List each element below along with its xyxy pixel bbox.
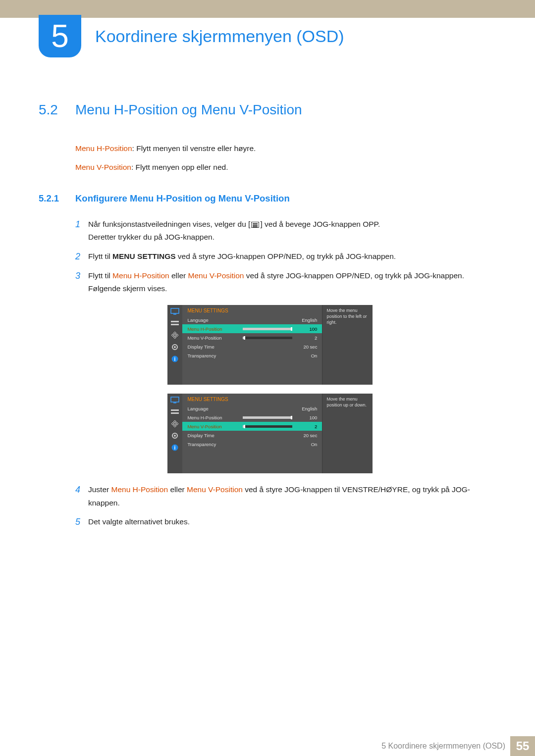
osd-slider	[243, 425, 292, 428]
step-5: 5 Det valgte alternativet brukes.	[75, 515, 496, 529]
osd-label: Menu H-Position	[187, 326, 243, 332]
section-heading: 5.2 Menu H-Position og Menu V-Position	[39, 102, 496, 118]
chapter-header: 5 Koordinere skjermmenyen (OSD)	[0, 15, 535, 57]
subsection-heading: 5.2.1 Konfigurere Menu H-Position og Men…	[39, 193, 496, 204]
osd-label: Menu H-Position	[187, 415, 243, 420]
monitor-icon	[170, 397, 179, 403]
osd-label: Language	[187, 406, 243, 411]
gear-icon	[170, 344, 179, 351]
intro-v-position: Menu V-Position: Flytt menyen opp eller …	[75, 161, 496, 173]
svg-rect-0	[171, 308, 179, 313]
monitor-icon	[170, 308, 179, 315]
osd-label: Display Time	[187, 344, 243, 350]
step-5-text-a: Det valgte alternativet brukes.	[88, 517, 190, 526]
step-3-number: 3	[75, 269, 88, 296]
osd-label: Display Time	[187, 433, 243, 438]
chapter-number-badge: 5	[39, 15, 81, 57]
arrows-icon	[170, 420, 179, 427]
osd-value: On	[295, 353, 317, 358]
osd-label: Transparency	[187, 442, 243, 447]
step-2: 2 Flytt til MENU SETTINGS ved å styre JO…	[75, 250, 496, 263]
osd-row-language: Language English	[182, 404, 322, 413]
step-1-text-b: ] ved å bevege JOG-knappen OPP.	[260, 220, 380, 228]
osd-sidebar: i	[167, 305, 182, 385]
osd-row-transparency: Transparency On	[182, 440, 322, 449]
intro-v-label: Menu V-Position	[75, 163, 131, 171]
intro-h-label: Menu H-Position	[75, 144, 132, 152]
subsection-number: 5.2.1	[39, 193, 75, 204]
osd-value: 100	[295, 415, 317, 420]
osd-row-vpos: Menu V-Position 2	[182, 333, 322, 342]
osd-value: 20 sec	[295, 344, 317, 350]
osd-row-vpos-selected: Menu V-Position 2	[182, 422, 322, 431]
step-2-text-b: MENU SETTINGS	[112, 252, 175, 260]
osd-row-hpos: Menu H-Position 100	[182, 413, 322, 422]
step-4-text-b: Menu H-Position	[111, 485, 168, 494]
step-4-number: 4	[75, 483, 88, 509]
osd-row-hpos-selected: Menu H-Position 100	[182, 324, 322, 333]
sliders-icon	[170, 408, 179, 415]
arrows-icon	[170, 332, 179, 339]
osd-slider	[243, 328, 292, 330]
osd-main: MENU SETTINGS Language English Menu H-Po…	[182, 394, 322, 473]
menu-icon	[251, 222, 259, 228]
osd-sidebar: i	[167, 394, 182, 473]
osd-main: MENU SETTINGS Language English Menu H-Po…	[182, 305, 322, 385]
step-2-number: 2	[75, 250, 88, 263]
osd-help-text: Move the menu position up or down.	[322, 394, 373, 473]
osd-row-display-time: Display Time 20 sec	[182, 431, 322, 440]
osd-value: English	[295, 317, 317, 323]
step-3-text-b: Menu H-Position	[112, 271, 169, 280]
footer-page-number: 55	[510, 736, 535, 756]
step-3-text-d: Menu V-Position	[188, 271, 244, 280]
step-3-text-c: eller	[169, 271, 188, 280]
step-1: 1 Når funksjonstastveiledningen vises, v…	[75, 218, 496, 244]
osd-slider	[243, 337, 292, 339]
osd-row-language: Language English	[182, 315, 322, 324]
osd-value: 20 sec	[295, 433, 317, 438]
step-4: 4 Juster Menu H-Position eller Menu V-Po…	[75, 483, 496, 509]
page-footer: 5 Koordinere skjermmenyen (OSD) 55	[0, 736, 535, 756]
svg-rect-8	[171, 397, 179, 402]
osd-screenshots: i MENU SETTINGS Language English Menu H-…	[167, 305, 496, 473]
svg-rect-9	[173, 403, 176, 403]
osd-panel-vpos: i MENU SETTINGS Language English Menu H-…	[167, 394, 373, 473]
osd-value: On	[295, 442, 317, 447]
step-4-text-a: Juster	[88, 485, 111, 494]
sliders-icon	[170, 320, 179, 327]
footer-chapter-ref: 5 Koordinere skjermmenyen (OSD)	[381, 742, 505, 751]
section-title: Menu H-Position og Menu V-Position	[75, 102, 302, 118]
info-icon: i	[170, 444, 179, 451]
svg-rect-11	[171, 412, 179, 414]
osd-label: Transparency	[187, 353, 243, 358]
osd-slider	[243, 416, 292, 419]
osd-title: MENU SETTINGS	[182, 305, 322, 315]
svg-rect-1	[173, 314, 176, 315]
osd-row-display-time: Display Time 20 sec	[182, 342, 322, 351]
osd-row-transparency: Transparency On	[182, 351, 322, 360]
osd-help-text: Move the menu position to the left or ri…	[322, 305, 373, 385]
osd-value: English	[295, 406, 317, 411]
step-2-text-c: ved å styre JOG-knappen OPP/NED, og tryk…	[176, 252, 396, 260]
step-1-text-c: Deretter trykker du på JOG-knappen.	[88, 233, 214, 241]
step-1-number: 1	[75, 218, 88, 244]
gear-icon	[170, 432, 179, 439]
intro-v-desc: : Flytt menyen opp eller ned.	[131, 163, 228, 171]
step-2-text-a: Flytt til	[88, 252, 112, 260]
step-1-text-a: Når funksjonstastveiledningen vises, vel…	[88, 220, 250, 228]
svg-text:i: i	[174, 445, 176, 451]
svg-point-13	[174, 435, 176, 437]
svg-rect-3	[171, 324, 179, 325]
svg-rect-2	[171, 321, 179, 322]
osd-value: 2	[295, 424, 317, 429]
osd-label: Menu V-Position	[187, 424, 243, 429]
step-5-number: 5	[75, 515, 88, 529]
step-4-text-d: Menu V-Position	[187, 485, 243, 494]
chapter-title: Koordinere skjermmenyen (OSD)	[95, 27, 344, 46]
svg-rect-10	[171, 409, 179, 411]
section-number: 5.2	[39, 102, 75, 118]
intro-h-position: Menu H-Position: Flytt menyen til venstr…	[75, 143, 496, 154]
osd-panel-hpos: i MENU SETTINGS Language English Menu H-…	[167, 305, 373, 385]
subsection-title: Konfigurere Menu H-Position og Menu V-Po…	[75, 193, 290, 204]
step-3: 3 Flytt til Menu H-Position eller Menu V…	[75, 269, 496, 296]
